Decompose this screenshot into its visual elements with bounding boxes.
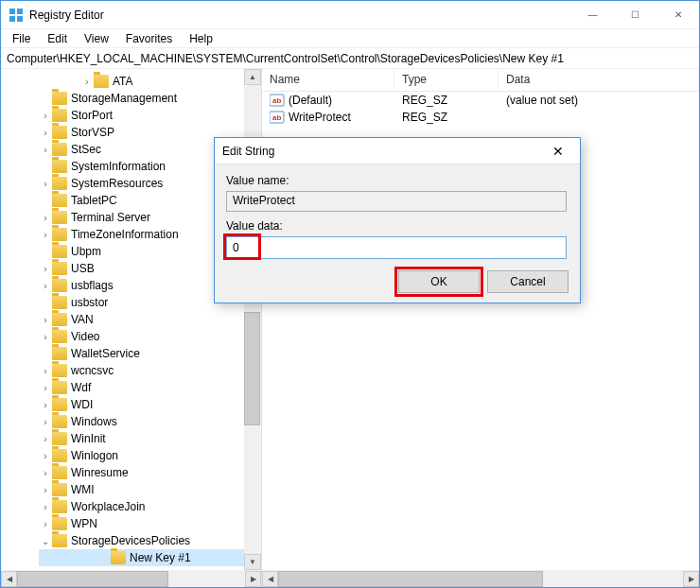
tree-item[interactable]: ›Video (39, 328, 261, 345)
expand-icon[interactable]: ⌄ (39, 536, 52, 546)
tree-item[interactable]: ›Windows (39, 413, 261, 430)
list-row[interactable]: ab(Default)REG_SZ(value not set) (262, 92, 699, 109)
minimize-button[interactable]: — (571, 1, 614, 28)
folder-icon (111, 551, 126, 564)
expand-icon[interactable]: › (39, 264, 52, 274)
tree-item[interactable]: ›WDI (39, 396, 261, 413)
scroll-down-icon[interactable]: ▼ (244, 554, 261, 570)
expand-icon[interactable]: › (80, 77, 94, 87)
dialog-title: Edit String (222, 145, 544, 158)
tree-item[interactable]: ›StorPort (39, 107, 261, 124)
expand-icon[interactable]: › (39, 468, 52, 478)
tree-item[interactable]: ›ATA (39, 73, 261, 90)
tree-item[interactable]: ›wcncsvc (39, 362, 261, 379)
scroll-up-icon[interactable]: ▲ (244, 69, 261, 85)
scroll-right-icon[interactable]: ▶ (683, 571, 699, 587)
string-value-icon: ab (270, 111, 285, 124)
expand-icon[interactable]: › (39, 434, 52, 444)
expand-icon[interactable]: › (39, 230, 52, 240)
folder-icon (52, 347, 67, 360)
tree-item-label: StorageDevicesPolicies (71, 534, 190, 547)
tree-item[interactable]: ›WMI (39, 481, 261, 498)
tree-item-label: Wdf (71, 381, 91, 394)
cell-name: ab(Default) (262, 94, 394, 108)
value-name-field: WriteProtect (226, 191, 567, 212)
edit-string-dialog: Edit String ✕ Value name: WriteProtect V… (214, 137, 581, 303)
value-data-input[interactable] (226, 236, 567, 259)
col-type[interactable]: Type (394, 69, 499, 91)
expand-icon[interactable]: › (39, 332, 52, 342)
expand-icon[interactable]: › (39, 145, 52, 155)
folder-icon (52, 398, 67, 411)
expand-icon[interactable]: › (39, 417, 52, 427)
menu-edit[interactable]: Edit (40, 30, 75, 47)
svg-text:ab: ab (272, 96, 281, 105)
col-data[interactable]: Data (499, 69, 699, 91)
scroll-thumb[interactable] (17, 571, 168, 587)
list-row[interactable]: abWriteProtectREG_SZ (262, 109, 699, 126)
expand-icon[interactable]: › (39, 179, 52, 189)
tree-item[interactable]: ›Winlogon (39, 447, 261, 464)
tree-item[interactable]: ›Winresume (39, 464, 261, 481)
folder-icon (52, 364, 67, 377)
tree-item-label: Ubpm (71, 245, 101, 258)
folder-icon (52, 296, 67, 309)
expand-icon[interactable]: › (39, 366, 52, 376)
cell-type: REG_SZ (394, 94, 499, 107)
tree-item[interactable]: ⌄StorageDevicesPolicies (39, 532, 261, 549)
menu-help[interactable]: Help (182, 30, 220, 47)
scroll-right-icon[interactable]: ▶ (245, 571, 261, 587)
dialog-titlebar: Edit String ✕ (215, 138, 580, 164)
svg-rect-2 (9, 16, 15, 22)
tree-item[interactable]: ›WinInit (39, 430, 261, 447)
tree-item-label: WPN (71, 517, 97, 530)
folder-icon (52, 177, 67, 190)
scroll-thumb[interactable] (244, 312, 260, 425)
folder-icon (52, 483, 67, 496)
folder-icon (52, 160, 67, 173)
tree-hscrollbar[interactable]: ◀ ▶ (1, 570, 261, 587)
cancel-button[interactable]: Cancel (487, 270, 569, 293)
expand-icon[interactable]: › (39, 383, 52, 393)
expand-icon[interactable]: › (39, 315, 52, 325)
tree-item-label: TimeZoneInformation (71, 228, 179, 241)
tree-item[interactable]: ›WorkplaceJoin (39, 498, 261, 515)
tree-item[interactable]: New Key #1 (39, 549, 261, 566)
scroll-left-icon[interactable]: ◀ (262, 571, 278, 587)
menu-favorites[interactable]: Favorites (118, 30, 180, 47)
menu-view[interactable]: View (77, 30, 116, 47)
tree-item[interactable]: WalletService (39, 345, 261, 362)
tree-item[interactable]: ›Wdf (39, 379, 261, 396)
ok-button[interactable]: OK (398, 270, 480, 293)
close-button[interactable]: ✕ (656, 1, 699, 28)
tree-item-label: WalletService (71, 347, 140, 360)
tree-item-label: WorkplaceJoin (71, 500, 145, 513)
tree-item-label: VAN (71, 313, 94, 326)
tree-item[interactable]: ›WPN (39, 515, 261, 532)
scroll-thumb[interactable] (278, 571, 543, 587)
menubar: File Edit View Favorites Help (1, 29, 699, 48)
menu-file[interactable]: File (5, 30, 38, 47)
list-hscrollbar[interactable]: ◀ ▶ (262, 570, 699, 587)
dialog-close-button[interactable]: ✕ (544, 139, 572, 164)
tree-item[interactable]: ›VAN (39, 311, 261, 328)
folder-icon (52, 211, 67, 224)
folder-icon (52, 245, 67, 258)
maximize-button[interactable]: ☐ (614, 1, 656, 28)
tree-item-label: Winresume (71, 466, 129, 479)
tree-item[interactable]: StorageManagement (39, 90, 261, 107)
expand-icon[interactable]: › (39, 451, 52, 461)
expand-icon[interactable]: › (39, 213, 52, 223)
expand-icon[interactable]: › (39, 485, 52, 495)
expand-icon[interactable]: › (39, 502, 52, 512)
scroll-left-icon[interactable]: ◀ (1, 571, 17, 587)
expand-icon[interactable]: › (39, 519, 52, 529)
address-bar[interactable]: Computer\HKEY_LOCAL_MACHINE\SYSTEM\Curre… (1, 48, 699, 69)
expand-icon[interactable]: › (39, 281, 52, 291)
tree-item-label: StorVSP (71, 126, 114, 139)
col-name[interactable]: Name (262, 69, 394, 91)
expand-icon[interactable]: › (39, 128, 52, 138)
expand-icon[interactable]: › (39, 400, 52, 410)
expand-icon[interactable]: › (39, 111, 52, 121)
tree-item-label: WDI (71, 398, 93, 411)
